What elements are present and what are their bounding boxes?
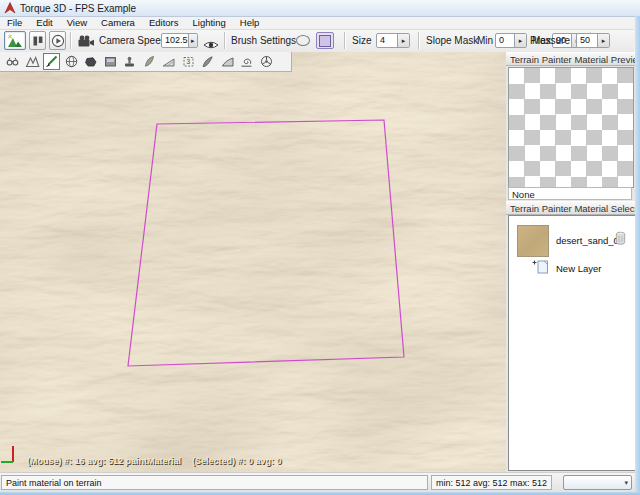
size-input[interactable]: 4 ▸	[376, 33, 410, 48]
soft-brush-tool-icon[interactable]	[141, 53, 158, 70]
menu-lighting[interactable]: Lighting	[185, 17, 232, 29]
paint-material-tool-icon[interactable]	[43, 53, 60, 70]
slope-min-value: 0	[496, 34, 514, 47]
toolbar-separator	[224, 32, 226, 49]
terrain-tool-palette: 3	[0, 52, 292, 72]
raise-height-tool-icon[interactable]	[24, 53, 41, 70]
toolbar-separator	[344, 32, 346, 49]
terrain-icon	[7, 34, 23, 48]
toolbar-separator	[418, 32, 420, 49]
pressure-input[interactable]: 50 ▸	[576, 33, 610, 48]
status-dropdown[interactable]: ▾	[563, 475, 632, 490]
selected-status-text: (Selected) #: 0 avg: 0	[192, 456, 282, 466]
play-icon	[51, 34, 65, 48]
new-layer-icon	[531, 259, 549, 275]
box-brush-icon	[319, 35, 331, 47]
editor-panels-button[interactable]	[29, 31, 46, 50]
world-editor-button[interactable]	[4, 31, 26, 50]
grab-tool-icon[interactable]	[199, 53, 216, 70]
set-height-tool-icon[interactable]	[121, 53, 138, 70]
material-preview-checkerboard	[508, 67, 634, 188]
ramp-tool-icon[interactable]	[160, 53, 177, 70]
pressure-value: 50	[577, 34, 597, 47]
slope-min-input[interactable]: 0 ▸	[495, 33, 527, 48]
menu-camera[interactable]: Camera	[94, 17, 142, 29]
window-border-right	[635, 16, 640, 495]
camera-icon	[77, 34, 95, 52]
slope-min-spinner-icon[interactable]: ▸	[514, 34, 526, 47]
menu-view[interactable]: View	[60, 17, 94, 29]
camera-speed-label: Camera Speed	[99, 35, 166, 46]
smooth-slope-tool-icon[interactable]	[258, 53, 275, 70]
ellipse-brush-icon	[296, 35, 310, 46]
paint-noise-tool-icon[interactable]	[82, 53, 99, 70]
menu-edit[interactable]: Edit	[29, 17, 59, 29]
panels-icon	[32, 35, 44, 47]
menu-bar: File Edit View Camera Editors Lighting H…	[0, 17, 634, 30]
torque3d-window: Torque 3D - FPS Example File Edit View C…	[0, 0, 640, 495]
material-name: desert_sand_03	[556, 235, 624, 246]
play-game-button[interactable]	[49, 31, 66, 50]
flatten-tool-icon[interactable]	[102, 53, 119, 70]
status-message: Paint material on terrain	[1, 475, 428, 490]
brush-ellipse-button[interactable]	[294, 32, 312, 49]
erosion-tool-icon[interactable]	[238, 53, 255, 70]
toolbar-separator	[70, 32, 72, 49]
min-label: Min	[477, 35, 493, 46]
size-value: 4	[377, 34, 397, 47]
slope-tool-icon[interactable]	[219, 53, 236, 70]
status-bar: Paint material on terrain min: 512 avg: …	[0, 472, 640, 493]
menu-editors[interactable]: Editors	[142, 17, 186, 29]
menu-help[interactable]: Help	[233, 17, 267, 29]
brush-settings-label: Brush Settings	[231, 35, 296, 46]
slope-mask-label: Slope Mask	[426, 35, 478, 46]
material-list: desert_sand_03 New Layer	[508, 215, 636, 471]
window-title: Torque 3D - FPS Example	[20, 3, 136, 14]
menu-file[interactable]: File	[0, 17, 29, 29]
terrain-viewport[interactable]: 3 (Mouse) #: 16 avg: 512 paintMaterial (…	[0, 52, 506, 472]
material-preview-none-label: None	[508, 187, 632, 200]
delete-material-icon[interactable]	[615, 231, 626, 246]
terrain-painter-panel: Terrain Painter Material Preview None Te…	[506, 52, 635, 472]
status-minmax: min: 512 avg: 512 max: 512	[431, 475, 552, 490]
size-spinner-icon[interactable]: ▸	[397, 34, 409, 47]
mouse-status-text: (Mouse) #: 16 avg: 512 paintMaterial	[27, 456, 181, 466]
pressure-label: Pressure	[530, 35, 570, 46]
brush-box-button[interactable]	[316, 32, 334, 49]
torque-logo-icon	[4, 2, 16, 14]
smooth-tool-icon[interactable]	[63, 53, 80, 70]
material-swatch[interactable]	[517, 225, 549, 257]
chevron-down-icon: ▾	[624, 479, 628, 487]
camera-speed-input[interactable]: 102.5 ▸	[161, 33, 198, 48]
toolbar-pressure-group: Pressure 50 ▸	[594, 30, 634, 53]
new-layer-label: New Layer	[556, 263, 601, 274]
pressure-spinner-icon[interactable]: ▸	[597, 34, 609, 47]
material-preview-header: Terrain Painter Material Preview	[506, 52, 635, 66]
size-label: Size	[352, 35, 371, 46]
window-titlebar[interactable]: Torque 3D - FPS Example	[0, 0, 640, 17]
material-selector-header: Terrain Painter Material Selector	[506, 201, 635, 215]
camera-speed-value: 102.5	[162, 34, 188, 47]
terrain-render	[0, 52, 506, 472]
set-empty-tool-icon[interactable]: 3	[180, 53, 197, 70]
grab-terrain-tool-icon[interactable]	[4, 53, 21, 70]
camera-speed-spinner-icon[interactable]: ▸	[188, 34, 197, 47]
svg-text:3: 3	[186, 58, 190, 65]
